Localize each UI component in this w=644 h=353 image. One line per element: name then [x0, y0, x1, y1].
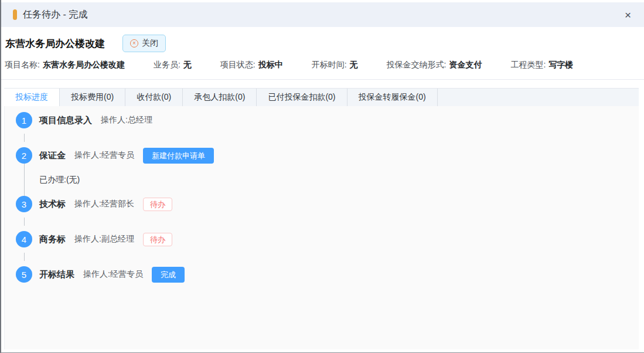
tab-contractor-deduction[interactable]: 承包人扣款(0) [183, 89, 257, 106]
new-payment-request-button[interactable]: 新建付款申请单 [143, 148, 214, 164]
step-number-badge: 2 [16, 147, 32, 164]
step-name: 商务标 [39, 234, 66, 245]
step-operator: 操作人:经营部长 [74, 199, 134, 209]
tab-payments[interactable]: 收付款(0) [125, 89, 183, 106]
accent-bar [13, 9, 17, 20]
step-2-handled-row: 已办理:(无) [16, 164, 639, 196]
step-name: 开标结果 [39, 269, 74, 280]
step-number-badge: 1 [16, 112, 32, 128]
step-operator: 操作人:总经理 [101, 115, 152, 125]
step-name: 技术标 [39, 199, 66, 210]
circle-x-icon: × [130, 39, 138, 47]
step-connector [16, 128, 32, 147]
dialog-title: 任务待办 - 完成 [23, 9, 87, 21]
handled-note: 已办理:(无) [39, 175, 80, 185]
project-title: 东营水务局办公楼改建 [5, 37, 105, 50]
close-project-button-label: 关闭 [142, 38, 158, 49]
info-project-type: 工程类型:写字楼 [510, 60, 573, 70]
project-title-row: 东营水务局办公楼改建 × 关闭 [1, 27, 644, 59]
step-connector [16, 212, 32, 231]
step-row-3: 3 技术标 操作人:经营部长 待办 [16, 196, 639, 212]
bid-progress-panel: 1 项目信息录入 操作人:总经理 2 保证金 操作人:经营专员 新建付款申请单 … [4, 106, 639, 349]
divider [1, 79, 644, 80]
info-bid-open-time: 开标时间:无 [312, 60, 358, 70]
step-number-badge: 4 [16, 231, 32, 247]
todo-status-badge: 待办 [143, 198, 172, 211]
step-operator: 操作人:经营专员 [83, 269, 143, 280]
step-number-badge: 3 [16, 196, 32, 212]
step-row-1: 1 项目信息录入 操作人:总经理 [16, 112, 639, 128]
step-row-2: 2 保证金 操作人:经营专员 新建付款申请单 [16, 147, 639, 164]
dialog-header: 任务待办 - 完成 × [1, 2, 644, 27]
info-project-name: 项目名称:东营水务局办公楼改建 [5, 60, 125, 70]
step-name: 保证金 [39, 150, 66, 161]
close-project-button[interactable]: × 关闭 [122, 35, 166, 52]
info-salesperson: 业务员:无 [154, 60, 192, 70]
close-icon[interactable]: × [625, 9, 631, 21]
complete-button[interactable]: 完成 [152, 267, 185, 283]
step-operator: 操作人:经营专员 [74, 150, 134, 161]
tab-bar: 投标进度 投标费用(0) 收付款(0) 承包人扣款(0) 已付投保金扣款(0) … [4, 88, 639, 106]
info-project-status: 项目状态:投标中 [220, 60, 283, 70]
step-connector [16, 164, 32, 196]
step-operator: 操作人:副总经理 [74, 234, 134, 245]
tab-paid-deposit-deduction[interactable]: 已付投保金扣款(0) [257, 89, 347, 106]
step-row-5: 5 开标结果 操作人:经营专员 完成 [16, 266, 639, 283]
step-connector [16, 247, 32, 266]
todo-status-badge: 待办 [143, 233, 172, 246]
step-row-4: 4 商务标 操作人:副总经理 待办 [16, 231, 639, 247]
project-info-row: 项目名称:东营水务局办公楼改建 业务员:无 项目状态:投标中 开标时间:无 投保… [1, 59, 644, 79]
step-number-badge: 5 [16, 266, 32, 283]
info-deposit-payment-form: 投保金交纳形式:资金支付 [387, 60, 482, 70]
step-name: 项目信息录入 [39, 115, 92, 126]
tab-bid-progress[interactable]: 投标进度 [4, 89, 60, 106]
tab-bar-filler [438, 89, 639, 106]
tab-deposit-to-performance-bond[interactable]: 投保金转履保金(0) [347, 89, 438, 106]
task-dialog: 任务待办 - 完成 × 东营水务局办公楼改建 × 关闭 项目名称:东营水务局办公… [0, 0, 644, 353]
tab-bid-cost[interactable]: 投标费用(0) [60, 89, 125, 106]
